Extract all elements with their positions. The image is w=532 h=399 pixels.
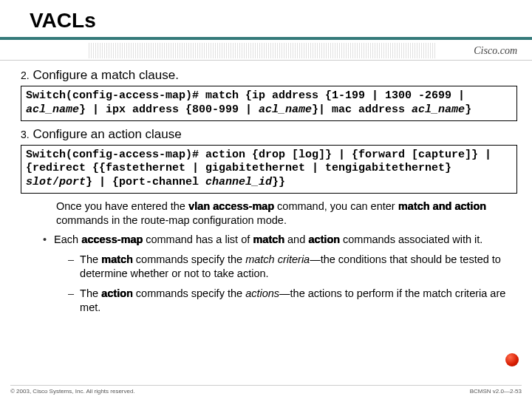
bullet-dot-icon: • xyxy=(43,233,47,247)
step-2: 2. Configure a match clause. xyxy=(21,68,517,83)
step-3: 3. Configure an action clause xyxy=(21,127,517,142)
brand-text: Cisco.com xyxy=(474,45,517,57)
codebox-action: Switch(config-access-map)# action {drop … xyxy=(21,145,517,194)
subbullet-match: – The match commands specify the match c… xyxy=(68,253,517,281)
decorative-stripes xyxy=(89,43,436,58)
copyright-text: © 2003, Cisco Systems, Inc. All rights r… xyxy=(10,388,135,395)
subbullet-action: – The action commands specify the action… xyxy=(68,287,517,315)
laser-pointer-icon xyxy=(505,353,519,366)
step-3-num: 3. xyxy=(21,129,30,140)
bullet-access-map: • Each access-map command has a list of … xyxy=(43,233,517,247)
slide-footer: © 2003, Cisco Systems, Inc. All rights r… xyxy=(10,385,522,395)
intro-paragraph: Once you have entered the vlan access-ma… xyxy=(56,200,517,228)
header-band: Cisco.com xyxy=(0,41,532,61)
step-3-text: Configure an action clause xyxy=(33,127,181,141)
step-2-num: 2. xyxy=(21,69,30,81)
subbullet-action-text: The action commands specify the actions—… xyxy=(80,287,517,315)
title-underline xyxy=(0,37,532,40)
step-2-text: Configure a match clause. xyxy=(33,68,179,82)
slide-number: BCMSN v2.0—2-53 xyxy=(470,388,522,395)
dash-icon: – xyxy=(68,253,74,267)
content-area: 2. Configure a match clause. Switch(conf… xyxy=(0,61,532,315)
subbullet-match-text: The match commands specify the match cri… xyxy=(80,253,517,281)
dash-icon: – xyxy=(68,287,74,301)
page-title: VACLs xyxy=(0,0,532,37)
codebox-match: Switch(config-access-map)# match {ip add… xyxy=(21,86,517,121)
bullet-text: Each access-map command has a list of ma… xyxy=(54,233,482,247)
